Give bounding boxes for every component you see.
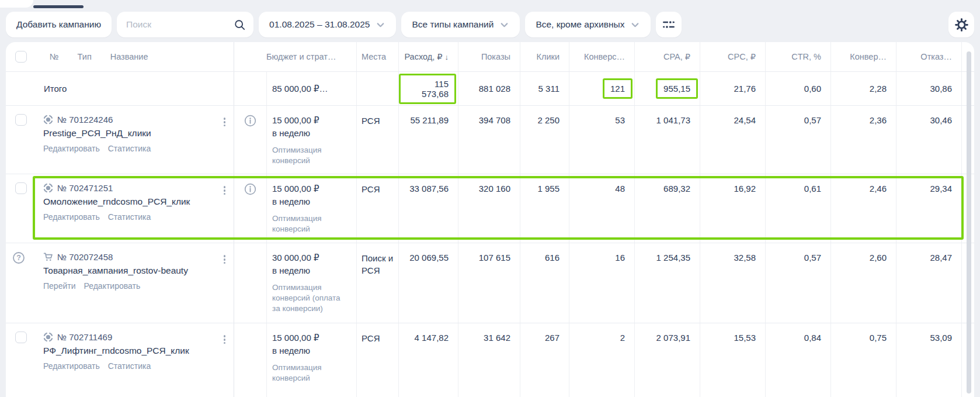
strategy-label: Оптимизация конверсий [272, 363, 341, 384]
campaign-number: № 702711469 [57, 332, 112, 342]
sliders-icon [661, 17, 676, 32]
add-campaign-button[interactable]: Добавить кампанию [6, 12, 112, 37]
cpa-cell: 1 041,73 [634, 106, 700, 174]
totals-empty-cell [6, 72, 33, 105]
totals-conversions-cell: 121 [569, 72, 634, 105]
row-checkbox[interactable] [15, 332, 27, 343]
conv-rate-cell: 2,36 [830, 106, 896, 174]
col-header-budget[interactable]: Бюджет и страт… [234, 42, 356, 71]
edit-link[interactable]: Редактировать [84, 281, 140, 291]
conv-rate-cell: 0,75 [830, 323, 896, 397]
row-checkbox[interactable] [15, 114, 27, 126]
ctr-cell: 0,57 [765, 106, 830, 174]
statistics-link[interactable]: Статистика [108, 144, 151, 153]
sort-desc-icon: ↓ [445, 53, 449, 61]
search-box[interactable] [117, 12, 253, 37]
tab-stub[interactable] [0, 0, 33, 8]
settings-button[interactable] [948, 12, 974, 37]
cpa-cell: 689,32 [634, 174, 700, 243]
info-icon[interactable] [244, 182, 257, 243]
totals-clicks: 5 311 [520, 72, 569, 105]
campaign-name[interactable]: Prestige_РСЯ_РнД_клики [43, 128, 234, 139]
chevron-down-icon [499, 20, 509, 30]
svg-text:?: ? [16, 254, 21, 262]
budget-amount: 15 000,00 ₽ [272, 332, 350, 344]
archive-filter-label: Все, кроме архивных [536, 19, 624, 30]
select-all-checkbox[interactable] [15, 51, 27, 63]
spend-cell: 20 069,55 [398, 243, 458, 323]
row-checkbox-cell [6, 106, 33, 174]
row-menu-button[interactable] [220, 115, 230, 129]
budget-amount: 15 000,00 ₽ [272, 114, 350, 127]
impressions-cell: 107 615 [458, 243, 520, 323]
archive-filter[interactable]: Все, кроме архивных [525, 12, 651, 37]
edit-link[interactable]: Редактировать [43, 361, 100, 371]
clicks-cell: 2 250 [520, 106, 569, 174]
cpc-cell: 15,53 [700, 323, 765, 397]
table-row: ? № 702072458 Товарная_кампания_rostov-b… [6, 243, 974, 323]
filters-button[interactable] [656, 12, 682, 37]
col-header-name: Название [110, 52, 148, 61]
highlighted-cpa-value: 955,15 [656, 78, 698, 99]
col-header-ctr[interactable]: CTR, % [765, 42, 830, 71]
info-cell [234, 323, 266, 397]
go-to-link[interactable]: Перейти [43, 281, 75, 291]
bounce-cell: 28,47 [896, 243, 961, 323]
row-menu-button[interactable] [220, 184, 230, 198]
col-header-impressions[interactable]: Показы [458, 42, 520, 71]
col-header-places[interactable]: Места [356, 42, 398, 71]
row-menu-button[interactable] [220, 333, 230, 347]
info-cell [234, 106, 266, 174]
chevron-down-icon [376, 20, 385, 30]
info-icon[interactable] [244, 114, 257, 174]
row-help-cell: ? [6, 243, 33, 323]
campaign-name[interactable]: Товарная_кампания_rostov-beauty [43, 265, 234, 276]
col-header-conversions[interactable]: Конверс… [569, 42, 634, 71]
table-header-row: № Тип Название Бюджет и страт… Места Рас… [6, 42, 974, 71]
cpa-cell: 2 073,91 [634, 323, 700, 397]
budget-amount: 15 000,00 ₽ [272, 182, 350, 195]
col-header-spend[interactable]: Расход, ₽ ↓ [398, 42, 458, 71]
name-header-group: № Тип Название [33, 42, 234, 71]
date-range-filter[interactable]: 01.08.2025 – 31.08.2025 [259, 12, 396, 37]
totals-impressions: 881 028 [458, 72, 520, 105]
edit-link[interactable]: Редактировать [43, 144, 100, 153]
question-icon[interactable]: ? [12, 251, 33, 265]
budget-period: в неделю [272, 195, 350, 208]
budget-amount: 30 000,00 ₽ [272, 251, 350, 264]
campaign-type-filter[interactable]: Все типы кампаний [401, 12, 520, 37]
date-range-label: 01.08.2025 – 31.08.2025 [269, 19, 370, 30]
clicks-cell: 1 955 [520, 174, 569, 243]
info-cell [234, 243, 266, 323]
col-header-clicks[interactable]: Клики [520, 42, 569, 71]
spend-cell: 4 147,82 [398, 323, 458, 397]
search-input[interactable] [126, 19, 233, 30]
col-header-cpa[interactable]: CPA, ₽ [634, 42, 700, 71]
campaigns-table: № Тип Название Бюджет и страт… Места Рас… [6, 42, 974, 397]
totals-cpa-cell: 955,15 [634, 72, 700, 105]
statistics-link[interactable]: Статистика [108, 212, 151, 222]
col-header-bounce[interactable]: Отказ… [896, 42, 961, 71]
row-menu-button[interactable] [220, 253, 230, 267]
toolbar: Добавить кампанию 01.08.2025 – 31.08.202… [6, 12, 974, 37]
campaign-name[interactable]: РФ_Лифтинг_rndcosmo_РСЯ_клик [43, 346, 234, 356]
edit-link[interactable]: Редактировать [43, 212, 100, 222]
totals-budget: 85 000,00 ₽… [266, 72, 356, 105]
col-header-type: Тип [78, 52, 92, 61]
active-tab-indicator [33, 5, 84, 8]
campaign-name[interactable]: Омоложение_rndcosmo_РСЯ_клик [43, 196, 234, 207]
campaign-number: № 702471251 [57, 183, 113, 193]
vertical-scrollbar[interactable] [967, 51, 971, 393]
row-checkbox[interactable] [15, 182, 27, 194]
col-header-conv-rate[interactable]: Конвер… [830, 42, 896, 71]
statistics-link[interactable]: Статистика [108, 361, 151, 371]
totals-spend-cell: 115 573,68 [398, 72, 458, 105]
bounce-cell: 53,09 [896, 323, 961, 397]
chevron-down-icon [630, 20, 640, 30]
spend-cell: 55 211,89 [398, 106, 458, 174]
campaign-cell: № 702471251 Омоложение_rndcosmo_РСЯ_клик… [33, 174, 234, 243]
totals-conv-rate: 2,28 [830, 72, 896, 105]
totals-row: Итого 85 000,00 ₽… 115 573,68 881 028 5 … [6, 71, 974, 105]
display-campaign-icon [43, 332, 53, 342]
col-header-cpc[interactable]: CPC, ₽ [700, 42, 765, 71]
